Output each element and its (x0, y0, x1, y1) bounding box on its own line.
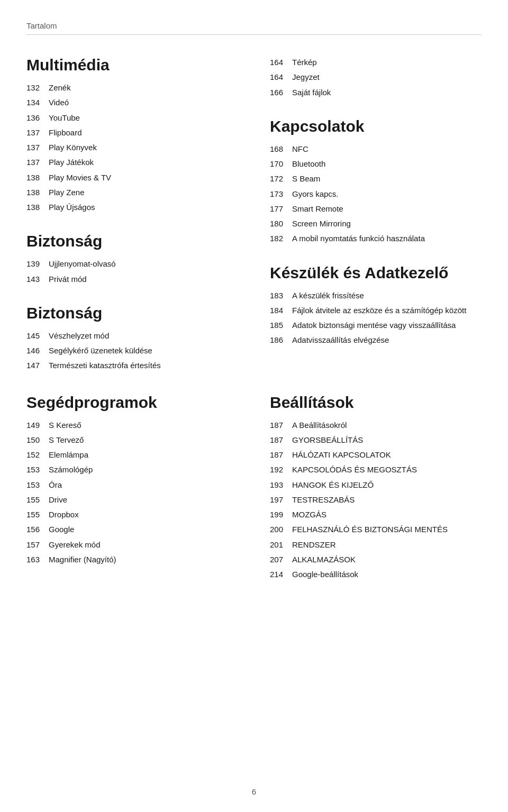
toc-label: KAPCSOLÓDÁS ÉS MEGOSZTÁS (292, 463, 417, 476)
page-header: Tartalom (26, 21, 482, 35)
toc-label: Számológép (49, 463, 93, 476)
kapcsolatok-items: 168NFC170Bluetooth172S Beam173Gyors kapc… (270, 143, 482, 245)
list-item: 147Természeti katasztrófa értesítés (26, 359, 238, 371)
list-item: 170Bluetooth (270, 158, 482, 170)
list-item: 166Saját fájlok (270, 86, 482, 98)
toc-number: 163 (26, 553, 49, 565)
list-item: 156Google (26, 523, 238, 535)
toc-label: Ujjlenyomat-olvasó (49, 258, 116, 270)
toc-number: 197 (270, 494, 292, 506)
list-item: 187HÁLÓZATI KAPCSOLATOK (270, 449, 482, 461)
list-item: 137Play Játékok (26, 156, 238, 168)
toc-number: 153 (26, 463, 49, 476)
biztonsag2-title: Biztonság (26, 304, 238, 322)
list-item: 139Ujjlenyomat-olvasó (26, 258, 238, 270)
toc-number: 187 (270, 434, 292, 446)
toc-number: 200 (270, 523, 292, 535)
list-item: 177Smart Remote (270, 203, 482, 215)
list-item: 182A mobil nyomtatás funkció használata (270, 232, 482, 244)
toc-label: Gyors kapcs. (292, 188, 339, 200)
toc-label: TESTRESZABÁS (292, 494, 355, 506)
toc-number: 152 (26, 449, 49, 461)
toc-number: 156 (26, 523, 49, 535)
toc-number: 180 (270, 217, 292, 230)
biztonsag1-items: 139Ujjlenyomat-olvasó143Privát mód (26, 258, 238, 285)
toc-number: 187 (270, 419, 292, 431)
list-item: 157Gyerekek mód (26, 539, 238, 551)
list-item: 200FELHASZNÁLÓ ÉS BIZTONSÁGI MENTÉS (270, 523, 482, 535)
toc-number: 183 (270, 289, 292, 302)
toc-label: HÁLÓZATI KAPCSOLATOK (292, 449, 391, 461)
list-item: 197TESTRESZABÁS (270, 494, 482, 506)
toc-label: Flipboard (49, 126, 82, 139)
list-item: 199MOZGÁS (270, 508, 482, 521)
segedprogramok-title: Segédprogramok (26, 394, 238, 412)
page-container: Tartalom Multimédia 132Zenék134Videó136Y… (0, 0, 508, 812)
bottom-right-column: Beállítások 187A Beállításokról187GYORSB… (270, 394, 482, 583)
page-number: 6 (252, 787, 256, 796)
list-item: 150S Tervező (26, 434, 238, 446)
toc-label: Vészhelyzet mód (49, 330, 109, 342)
toc-number: 137 (26, 126, 49, 139)
keszulek-items: 183A készülék frissítése184Fájlok átvite… (270, 289, 482, 346)
toc-label: Térkép (292, 56, 317, 68)
list-item: 183A készülék frissítése (270, 289, 482, 302)
toc-number: 164 (270, 56, 292, 68)
toc-label: MOZGÁS (292, 508, 326, 521)
toc-label: Bluetooth (292, 158, 325, 170)
list-item: 201RENDSZER (270, 539, 482, 551)
list-item: 173Gyors kapcs. (270, 188, 482, 200)
list-item: 214Google-beállítások (270, 568, 482, 580)
toc-number: 187 (270, 449, 292, 461)
toc-number: 172 (270, 172, 292, 185)
list-item: 138Play Zene (26, 186, 238, 198)
list-item: 149S Kereső (26, 419, 238, 431)
toc-number: 157 (26, 539, 49, 551)
list-item: 164Térkép (270, 56, 482, 68)
toc-label: Adatok biztonsági mentése vagy visszaáll… (292, 319, 456, 331)
list-item: 163Magnifier (Nagyító) (26, 553, 238, 565)
toc-number: 143 (26, 273, 49, 285)
list-item: 207ALKALMAZÁSOK (270, 553, 482, 565)
toc-label: Google-beállítások (292, 568, 358, 580)
toc-number: 136 (26, 112, 49, 124)
toc-label: Videó (49, 96, 69, 108)
list-item: 152Elemlámpa (26, 449, 238, 461)
toc-label: Play Movies & TV (49, 171, 111, 184)
list-item: 145Vészhelyzet mód (26, 330, 238, 342)
bottom-left-column: Segédprogramok 149S Kereső150S Tervező15… (26, 394, 238, 583)
toc-number: 153 (26, 479, 49, 491)
toc-label: S Tervező (49, 434, 84, 446)
toc-number: 193 (270, 479, 292, 491)
list-item: 193HANGOK ÉS KIJELZŐ (270, 479, 482, 491)
kapcsolatok-title: Kapcsolatok (270, 117, 482, 135)
toc-number: 145 (26, 330, 49, 342)
list-item: 187GYORSBEÁLLÍTÁS (270, 434, 482, 446)
terkep-items: 164Térkép164Jegyzet166Saját fájlok (270, 56, 482, 98)
toc-number: 170 (270, 158, 292, 170)
toc-label: Fájlok átvitele az eszköze és a számítóg… (292, 304, 466, 316)
list-item: 137Play Könyvek (26, 141, 238, 153)
list-item: 132Zenék (26, 81, 238, 94)
toc-number: 164 (270, 71, 292, 83)
toc-number: 150 (26, 434, 49, 446)
header-label: Tartalom (26, 21, 57, 30)
toc-label: Play Zene (49, 186, 85, 198)
toc-number: 139 (26, 258, 49, 270)
top-layout: Multimédia 132Zenék134Videó136YouTube137… (26, 56, 482, 375)
toc-label: YouTube (49, 112, 80, 124)
segedprogramok-items: 149S Kereső150S Tervező152Elemlámpa153Sz… (26, 419, 238, 566)
toc-label: Screen Mirroring (292, 217, 351, 230)
list-item: 164Jegyzet (270, 71, 482, 83)
list-item: 172S Beam (270, 172, 482, 185)
toc-label: Google (49, 523, 74, 535)
toc-label: Óra (49, 479, 62, 491)
toc-number: 137 (26, 156, 49, 168)
toc-label: Adatvisszaállítás elvégzése (292, 334, 389, 346)
biztonsag1-title: Biztonság (26, 232, 238, 250)
toc-label: Smart Remote (292, 203, 343, 215)
toc-label: Magnifier (Nagyító) (49, 553, 116, 565)
toc-number: 177 (270, 203, 292, 215)
toc-number: 138 (26, 171, 49, 184)
toc-number: 137 (26, 141, 49, 153)
